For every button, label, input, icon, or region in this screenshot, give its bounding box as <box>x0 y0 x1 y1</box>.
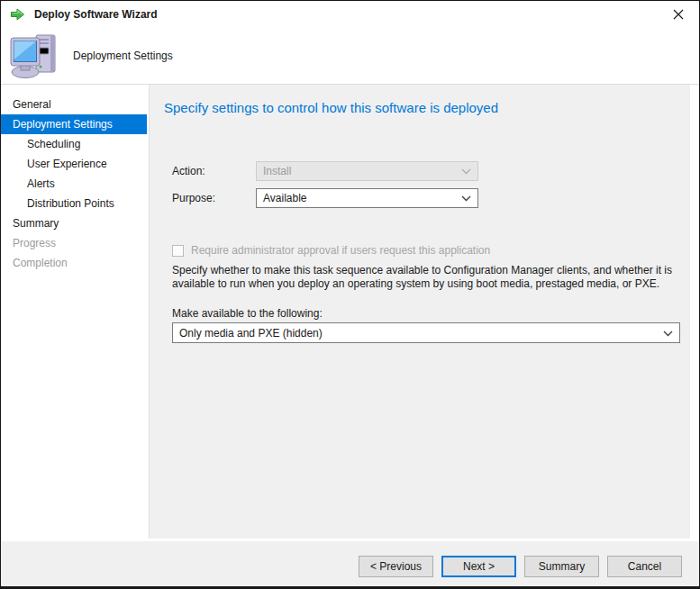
availability-description: Specify whether to make this task sequen… <box>172 264 691 291</box>
page-title: Deployment Settings <box>73 50 173 62</box>
make-available-label: Make available to the following: <box>172 307 323 320</box>
main-area: General Deployment Settings Scheduling U… <box>1 85 699 539</box>
chevron-down-icon <box>461 168 471 175</box>
purpose-label: Purpose: <box>172 192 215 204</box>
page-heading: Specify settings to control how this sof… <box>164 100 498 115</box>
cancel-button[interactable]: Cancel <box>607 556 682 577</box>
nav-item-general[interactable]: General <box>1 95 147 114</box>
window-title: Deploy Software Wizard <box>34 8 158 21</box>
make-available-dropdown-value: Only media and PXE (hidden) <box>179 327 323 340</box>
previous-button[interactable]: < Previous <box>359 556 433 577</box>
nav-item-completion: Completion <box>1 253 147 273</box>
purpose-dropdown-value: Available <box>263 192 306 204</box>
content-pane: Specify settings to control how this sof… <box>149 85 690 539</box>
nav-item-scheduling[interactable]: Scheduling <box>1 134 147 154</box>
action-dropdown: Install <box>256 161 478 181</box>
require-approval-row: Require administrator approval if users … <box>172 244 490 257</box>
nav-item-alerts[interactable]: Alerts <box>1 174 147 194</box>
nav-item-progress: Progress <box>1 233 147 253</box>
nav-item-user-experience[interactable]: User Experience <box>1 154 147 174</box>
action-label: Action: <box>172 165 205 177</box>
nav-item-distribution-points[interactable]: Distribution Points <box>1 194 147 213</box>
action-dropdown-value: Install <box>263 165 291 177</box>
close-icon[interactable] <box>665 3 692 26</box>
require-approval-label: Require administrator approval if users … <box>191 244 490 257</box>
chevron-down-icon <box>461 195 471 202</box>
wizard-arrow-icon <box>10 7 25 22</box>
deploy-software-wizard-window: Deploy Software Wizard <box>0 0 700 589</box>
wizard-nav-sidebar: General Deployment Settings Scheduling U… <box>1 85 147 539</box>
nav-item-deployment-settings[interactable]: Deployment Settings <box>1 114 147 134</box>
wizard-button-bar: < Previous Next > Summary Cancel <box>1 539 699 586</box>
summary-button[interactable]: Summary <box>524 556 599 577</box>
titlebar: Deploy Software Wizard <box>1 1 699 28</box>
require-approval-checkbox <box>172 245 184 257</box>
wizard-page-header: Deployment Settings <box>1 28 699 85</box>
purpose-dropdown[interactable]: Available <box>256 188 478 208</box>
nav-item-summary[interactable]: Summary <box>1 213 147 233</box>
computer-icon <box>10 32 60 79</box>
next-button[interactable]: Next > <box>441 556 516 577</box>
make-available-dropdown[interactable]: Only media and PXE (hidden) <box>172 322 680 343</box>
chevron-down-icon <box>663 331 673 337</box>
